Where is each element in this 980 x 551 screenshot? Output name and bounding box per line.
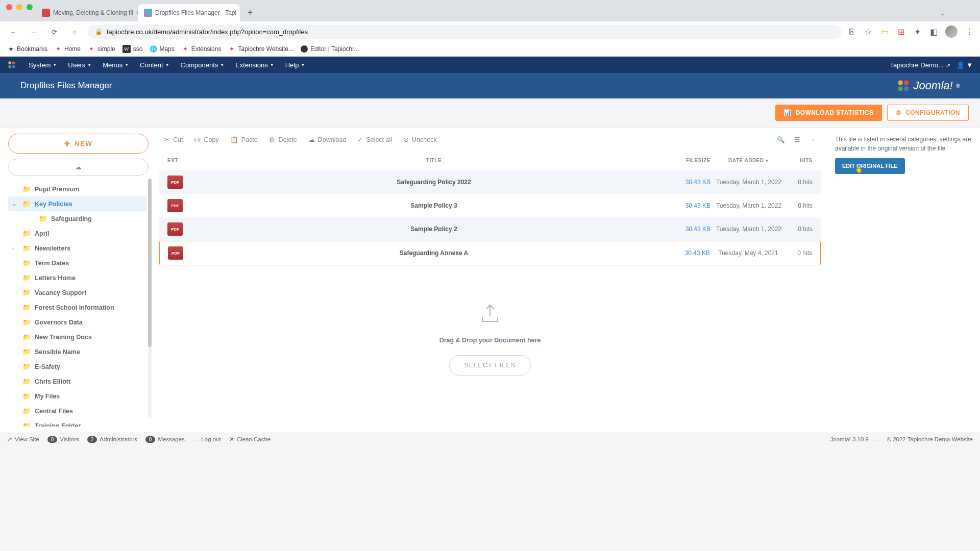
filter-icon[interactable]: ☰ [794, 136, 800, 143]
folder-item[interactable]: 📁Forest School Information [8, 300, 146, 315]
dropzone[interactable]: Drag & Drop your Document here SELECT FI… [159, 286, 821, 391]
bookmark-item[interactable]: ✦Extensions [182, 45, 222, 53]
reload-button[interactable]: ⟳ [47, 24, 61, 39]
menu-content[interactable]: Content▼ [135, 58, 174, 72]
bookmark-item[interactable]: ✦Home [55, 45, 81, 53]
clean-cache-link[interactable]: ✕Clean Cache [229, 436, 271, 443]
view-site-link[interactable]: ↗View Site [7, 436, 39, 443]
cut-button[interactable]: ✂Cut [164, 136, 183, 143]
bookmark-item[interactable]: Editor | Tapiochr... [301, 45, 359, 53]
bookmark-star-icon[interactable]: ☆ [864, 27, 873, 36]
folder-item[interactable]: 📁E-Safety [8, 359, 146, 374]
col-title[interactable]: TITLE [203, 158, 665, 163]
folder-item[interactable]: 📁April [8, 226, 146, 241]
window-close-button[interactable] [6, 4, 12, 10]
bookmark-item[interactable]: Wsso [122, 45, 143, 53]
browser-tab-inactive[interactable]: Moving, Deleting & Cloning fil × [36, 4, 138, 21]
folder-item[interactable]: 📁Pupil Premium [8, 182, 146, 196]
download-button[interactable]: ☁Download [308, 136, 347, 143]
bookmark-item[interactable]: 🌐Maps [150, 45, 174, 53]
cloud-button[interactable]: ☁ [8, 159, 149, 176]
folder-item[interactable]: 📁Training Folder [8, 418, 146, 427]
extensions-puzzle-icon[interactable]: ✦ [913, 27, 922, 36]
col-hits[interactable]: HITS [787, 158, 813, 163]
menu-extensions[interactable]: Extensions▼ [230, 58, 279, 72]
col-date-added[interactable]: DATE ADDED▼ [710, 158, 787, 163]
menu-dots-icon[interactable]: ⋮ [965, 27, 974, 36]
extension-icon-2[interactable]: ⊞ [896, 27, 905, 36]
folder-item[interactable]: 📁New Training Docs [8, 330, 146, 344]
folder-icon: 📁 [22, 378, 31, 385]
tab-title: Moving, Deleting & Cloning fil [53, 9, 133, 16]
menu-components[interactable]: Components▼ [176, 58, 230, 72]
user-menu[interactable]: 👤 ▼ [957, 61, 973, 69]
folder-item[interactable]: 📁Chris Elliott [8, 374, 146, 389]
home-button[interactable]: ⌂ [67, 24, 82, 39]
table-row[interactable]: PDF Sample Policy 3 30.43 KB Tuesday, Ma… [159, 194, 821, 217]
sidepanel-icon[interactable]: ◧ [929, 27, 938, 36]
edit-original-file-button[interactable]: EDIT ORIGINAL FILE 👆 [835, 158, 905, 174]
file-date: Tuesday, March 1, 2022 [710, 202, 787, 209]
folder-item[interactable]: 📁Vacancy Support [8, 285, 146, 300]
folder-item[interactable]: 📁Sensible Name [8, 344, 146, 359]
folder-icon: 📁 [39, 215, 47, 222]
col-ext[interactable]: EXT [167, 158, 203, 163]
bookmark-item[interactable]: ✦Tapiochre Website... [228, 45, 293, 53]
table-row[interactable]: PDF Safeguarding Policy 2022 30.43 KB Tu… [159, 170, 821, 194]
install-icon[interactable]: ⎘ [847, 27, 856, 36]
expand-icon[interactable]: → [810, 136, 816, 143]
new-button[interactable]: ✚ NEW [8, 134, 149, 154]
stats-icon: 📊 [783, 109, 792, 116]
configuration-button[interactable]: ⚙ CONFIGURATION [887, 105, 969, 121]
url-input[interactable]: 🔒 tapiochre.co.uk/demo/administrator/ind… [88, 25, 841, 39]
folder-item[interactable]: ›📁Newsletters [8, 241, 146, 256]
folder-item[interactable]: 📁Governors Data [8, 315, 146, 330]
folder-item[interactable]: 📁Safeguarding [8, 211, 146, 226]
folder-item[interactable]: 📁Central Files [8, 404, 146, 418]
col-filesize[interactable]: FILESIZE [665, 158, 710, 163]
messages-count[interactable]: 0Messages [145, 436, 185, 443]
browser-tab-active[interactable]: Dropfiles Files Manager - Tapi × [138, 4, 240, 21]
download-statistics-button[interactable]: 📊 DOWNLOAD STATISTICS [775, 105, 882, 121]
window-maximize-button[interactable] [27, 4, 33, 10]
uncheck-button[interactable]: ⊘Uncheck [403, 136, 437, 143]
bookmark-item[interactable]: ✦simple [88, 45, 115, 53]
folder-label: New Training Docs [35, 334, 92, 341]
folder-item[interactable]: ⌄📁Key Policies [8, 196, 146, 211]
tab-close-icon[interactable]: × [239, 9, 240, 17]
visitors-count[interactable]: 0Visitors [47, 436, 79, 443]
forward-button[interactable]: → [27, 24, 41, 39]
folder-item[interactable]: 📁My Files [8, 389, 146, 404]
menu-system[interactable]: System▼ [23, 58, 62, 72]
folder-item[interactable]: 📁Letters Home [8, 270, 146, 285]
joomla-mark-icon [896, 79, 911, 93]
search-icon[interactable]: 🔍 [777, 136, 785, 143]
file-ext-badge: PDF [168, 246, 183, 260]
sidebar-scrollbar[interactable] [148, 179, 152, 418]
folder-label: Governors Data [35, 319, 83, 326]
select-all-button[interactable]: ✓Select all [357, 136, 392, 143]
back-button[interactable]: ← [6, 24, 20, 39]
delete-button[interactable]: 🗑Delete [269, 136, 297, 143]
menu-help[interactable]: Help▼ [280, 58, 310, 72]
file-date: Tuesday, March 1, 2022 [710, 226, 787, 233]
copy-button[interactable]: ⿻Copy [194, 136, 218, 143]
menu-menus[interactable]: Menus▼ [97, 58, 134, 72]
tab-overflow-button[interactable]: ⌄ [936, 7, 949, 19]
logout-link[interactable]: —Log out [193, 436, 221, 442]
extension-icon[interactable]: ▭ [880, 27, 889, 36]
table-row[interactable]: PDF Sample Policy 2 30.43 KB Tuesday, Ma… [159, 217, 821, 241]
cloud-icon: ☁ [75, 163, 82, 171]
folder-item[interactable]: 📁Term Dates [8, 256, 146, 270]
new-tab-button[interactable]: + [243, 6, 257, 20]
site-name-link[interactable]: Tapiochre Demo... ↗ [890, 61, 950, 69]
table-row[interactable]: PDF Safeguarding Annexe A 30.43 KB Tuesd… [159, 241, 821, 265]
window-minimize-button[interactable] [16, 4, 22, 10]
admins-count[interactable]: 2Administrators [87, 436, 137, 443]
profile-avatar[interactable] [945, 26, 958, 38]
menu-users[interactable]: Users▼ [63, 58, 96, 72]
select-files-button[interactable]: SELECT FILES [449, 355, 530, 375]
paste-button[interactable]: 📋Paste [230, 136, 258, 143]
bookmark-item[interactable]: ★Bookmarks [7, 45, 47, 53]
folder-icon: 📁 [22, 185, 31, 193]
